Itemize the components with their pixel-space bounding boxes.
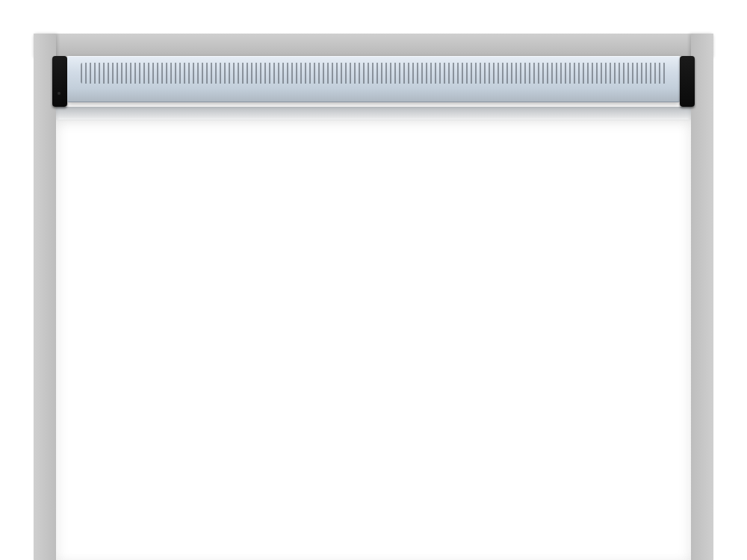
cassette-body bbox=[67, 56, 680, 102]
lintel-shadow bbox=[56, 107, 691, 122]
product-render bbox=[0, 0, 747, 560]
end-cap-right bbox=[680, 56, 695, 107]
vent-grille bbox=[81, 63, 666, 84]
frame-left bbox=[34, 34, 56, 560]
opening-area bbox=[56, 119, 691, 560]
indicator-led-icon bbox=[58, 92, 61, 95]
frame-right bbox=[691, 34, 713, 560]
end-cap-left bbox=[52, 56, 67, 107]
cassette-assembly bbox=[52, 56, 695, 107]
frame-top bbox=[34, 34, 713, 56]
